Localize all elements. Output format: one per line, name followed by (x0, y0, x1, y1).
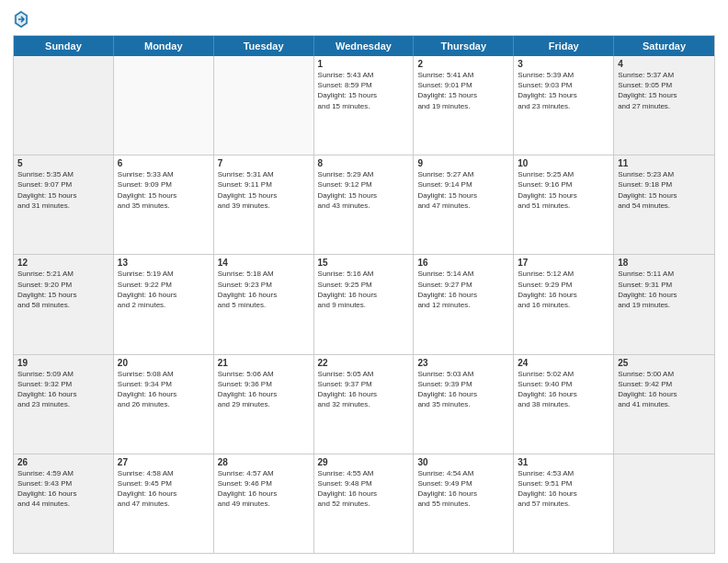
day-info: Sunrise: 5:41 AM Sunset: 9:01 PM Dayligh… (417, 70, 509, 111)
day-number: 6 (118, 158, 210, 168)
day-number: 17 (518, 258, 609, 268)
day-cell: 20Sunrise: 5:08 AM Sunset: 9:34 PM Dayli… (114, 355, 214, 454)
day-header-saturday: Saturday (614, 36, 714, 56)
day-cell: 4Sunrise: 5:37 AM Sunset: 9:05 PM Daylig… (614, 56, 714, 155)
day-info: Sunrise: 5:29 AM Sunset: 9:12 PM Dayligh… (318, 169, 410, 211)
logo-icon (13, 9, 29, 29)
day-number: 27 (118, 457, 210, 467)
day-info: Sunrise: 5:05 AM Sunset: 9:37 PM Dayligh… (318, 369, 410, 410)
day-header-thursday: Thursday (414, 36, 514, 56)
day-cell: 10Sunrise: 5:25 AM Sunset: 9:16 PM Dayli… (514, 155, 614, 254)
day-info: Sunrise: 5:37 AM Sunset: 9:05 PM Dayligh… (618, 70, 711, 111)
day-info: Sunrise: 5:39 AM Sunset: 9:03 PM Dayligh… (518, 70, 609, 111)
day-cell (214, 56, 314, 155)
day-cell: 16Sunrise: 5:14 AM Sunset: 9:27 PM Dayli… (414, 255, 514, 353)
day-cell: 21Sunrise: 5:06 AM Sunset: 9:36 PM Dayli… (214, 355, 314, 454)
day-cell: 22Sunrise: 5:05 AM Sunset: 9:37 PM Dayli… (314, 355, 415, 454)
day-cell: 26Sunrise: 4:59 AM Sunset: 9:43 PM Dayli… (14, 454, 114, 553)
day-number: 13 (118, 258, 210, 268)
logo (13, 9, 33, 29)
week-row-4: 26Sunrise: 4:59 AM Sunset: 9:43 PM Dayli… (14, 454, 714, 553)
day-number: 22 (318, 358, 410, 368)
day-header-sunday: Sunday (14, 36, 114, 56)
day-number: 7 (218, 158, 310, 168)
day-cell: 1Sunrise: 5:43 AM Sunset: 8:59 PM Daylig… (314, 56, 415, 155)
day-info: Sunrise: 4:53 AM Sunset: 9:51 PM Dayligh… (518, 468, 609, 510)
day-number: 5 (17, 158, 109, 168)
day-info: Sunrise: 5:43 AM Sunset: 8:59 PM Dayligh… (318, 70, 410, 111)
day-number: 28 (218, 457, 310, 467)
day-info: Sunrise: 5:21 AM Sunset: 9:20 PM Dayligh… (17, 269, 109, 310)
day-number: 31 (518, 457, 609, 467)
week-row-3: 19Sunrise: 5:09 AM Sunset: 9:32 PM Dayli… (14, 354, 714, 454)
day-cell (614, 454, 714, 553)
day-cell: 2Sunrise: 5:41 AM Sunset: 9:01 PM Daylig… (414, 56, 514, 155)
day-number: 8 (318, 158, 410, 168)
day-info: Sunrise: 5:23 AM Sunset: 9:18 PM Dayligh… (618, 169, 711, 211)
day-info: Sunrise: 5:02 AM Sunset: 9:40 PM Dayligh… (518, 369, 609, 410)
day-cell: 17Sunrise: 5:12 AM Sunset: 9:29 PM Dayli… (514, 255, 614, 353)
day-cell: 27Sunrise: 4:58 AM Sunset: 9:45 PM Dayli… (114, 454, 214, 553)
day-number: 23 (417, 358, 509, 368)
day-info: Sunrise: 5:06 AM Sunset: 9:36 PM Dayligh… (218, 369, 310, 410)
day-cell: 14Sunrise: 5:18 AM Sunset: 9:23 PM Dayli… (214, 255, 314, 353)
day-cell: 31Sunrise: 4:53 AM Sunset: 9:51 PM Dayli… (514, 454, 614, 553)
day-cell: 13Sunrise: 5:19 AM Sunset: 9:22 PM Dayli… (114, 255, 214, 353)
day-number: 25 (618, 358, 711, 368)
day-number: 14 (218, 258, 310, 268)
week-row-0: 1Sunrise: 5:43 AM Sunset: 8:59 PM Daylig… (14, 56, 714, 155)
day-number: 9 (417, 158, 509, 168)
day-info: Sunrise: 5:00 AM Sunset: 9:42 PM Dayligh… (618, 369, 711, 410)
day-cell: 6Sunrise: 5:33 AM Sunset: 9:09 PM Daylig… (114, 155, 214, 254)
day-info: Sunrise: 5:19 AM Sunset: 9:22 PM Dayligh… (118, 269, 210, 310)
day-header-monday: Monday (114, 36, 214, 56)
day-number: 1 (318, 59, 410, 69)
day-cell: 25Sunrise: 5:00 AM Sunset: 9:42 PM Dayli… (614, 355, 714, 454)
week-row-2: 12Sunrise: 5:21 AM Sunset: 9:20 PM Dayli… (14, 254, 714, 353)
day-header-wednesday: Wednesday (314, 36, 415, 56)
day-info: Sunrise: 5:16 AM Sunset: 9:25 PM Dayligh… (318, 269, 410, 310)
day-cell: 24Sunrise: 5:02 AM Sunset: 9:40 PM Dayli… (514, 355, 614, 454)
day-cell (114, 56, 214, 155)
day-info: Sunrise: 5:25 AM Sunset: 9:16 PM Dayligh… (518, 169, 609, 211)
day-number: 12 (17, 258, 109, 268)
day-cell: 9Sunrise: 5:27 AM Sunset: 9:14 PM Daylig… (414, 155, 514, 254)
day-number: 19 (17, 358, 109, 368)
day-info: Sunrise: 4:59 AM Sunset: 9:43 PM Dayligh… (17, 468, 109, 510)
day-info: Sunrise: 5:27 AM Sunset: 9:14 PM Dayligh… (417, 169, 509, 211)
day-cell: 3Sunrise: 5:39 AM Sunset: 9:03 PM Daylig… (514, 56, 614, 155)
day-headers: SundayMondayTuesdayWednesdayThursdayFrid… (14, 36, 714, 56)
day-number: 26 (17, 457, 109, 467)
day-number: 3 (518, 59, 609, 69)
day-info: Sunrise: 4:55 AM Sunset: 9:48 PM Dayligh… (318, 468, 410, 510)
day-number: 2 (417, 59, 509, 69)
day-number: 18 (618, 258, 711, 268)
day-number: 30 (417, 457, 509, 467)
day-cell: 11Sunrise: 5:23 AM Sunset: 9:18 PM Dayli… (614, 155, 714, 254)
day-info: Sunrise: 5:14 AM Sunset: 9:27 PM Dayligh… (417, 269, 509, 310)
day-cell: 12Sunrise: 5:21 AM Sunset: 9:20 PM Dayli… (14, 255, 114, 353)
day-number: 16 (417, 258, 509, 268)
day-cell: 15Sunrise: 5:16 AM Sunset: 9:25 PM Dayli… (314, 255, 415, 353)
day-number: 24 (518, 358, 609, 368)
day-cell: 18Sunrise: 5:11 AM Sunset: 9:31 PM Dayli… (614, 255, 714, 353)
day-cell: 7Sunrise: 5:31 AM Sunset: 9:11 PM Daylig… (214, 155, 314, 254)
calendar: SundayMondayTuesdayWednesdayThursdayFrid… (13, 35, 715, 554)
day-info: Sunrise: 5:33 AM Sunset: 9:09 PM Dayligh… (118, 169, 210, 211)
page: SundayMondayTuesdayWednesdayThursdayFrid… (0, 0, 728, 563)
day-cell: 29Sunrise: 4:55 AM Sunset: 9:48 PM Dayli… (314, 454, 415, 553)
day-info: Sunrise: 5:08 AM Sunset: 9:34 PM Dayligh… (118, 369, 210, 410)
day-cell: 5Sunrise: 5:35 AM Sunset: 9:07 PM Daylig… (14, 155, 114, 254)
day-cell: 8Sunrise: 5:29 AM Sunset: 9:12 PM Daylig… (314, 155, 415, 254)
day-cell (14, 56, 114, 155)
day-info: Sunrise: 5:31 AM Sunset: 9:11 PM Dayligh… (218, 169, 310, 211)
day-info: Sunrise: 5:18 AM Sunset: 9:23 PM Dayligh… (218, 269, 310, 310)
day-number: 20 (118, 358, 210, 368)
day-cell: 28Sunrise: 4:57 AM Sunset: 9:46 PM Dayli… (214, 454, 314, 553)
day-number: 29 (318, 457, 410, 467)
day-header-friday: Friday (514, 36, 614, 56)
day-number: 10 (518, 158, 609, 168)
day-info: Sunrise: 5:03 AM Sunset: 9:39 PM Dayligh… (417, 369, 509, 410)
day-cell: 30Sunrise: 4:54 AM Sunset: 9:49 PM Dayli… (414, 454, 514, 553)
day-info: Sunrise: 5:09 AM Sunset: 9:32 PM Dayligh… (17, 369, 109, 410)
